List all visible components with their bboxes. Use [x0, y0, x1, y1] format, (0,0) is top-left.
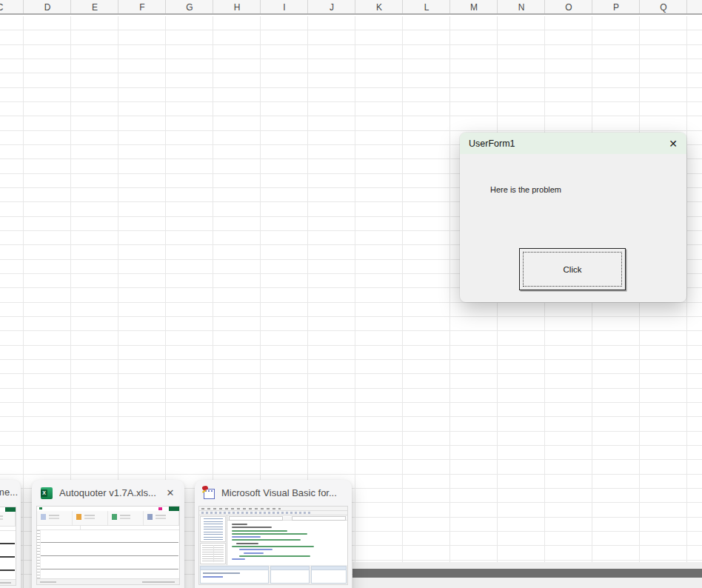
account-avatar-dot: [158, 507, 162, 510]
column-header-I[interactable]: I: [261, 0, 308, 15]
userform-title: UserForm1: [460, 138, 515, 149]
taskbar-preview-excel[interactable]: X Autoquoter v1.7A.xls... ✕: [32, 480, 184, 588]
excel-logo-dot: [39, 507, 42, 510]
preview-title-fragment: me...: [0, 487, 18, 498]
mini-excel-ribbon: [37, 511, 179, 526]
taskbar-preview-vba[interactable]: Microsoft Visual Basic for...: [195, 480, 352, 588]
column-header-N[interactable]: N: [498, 0, 545, 15]
column-header-M[interactable]: M: [450, 0, 498, 15]
column-header-E[interactable]: E: [71, 0, 118, 15]
column-header-K[interactable]: K: [355, 0, 403, 15]
code-window-thumbnail: [227, 515, 347, 565]
mini-vba-bottom-panes: [199, 565, 347, 584]
column-header-F[interactable]: F: [118, 0, 166, 15]
mini-vba-left-panels: [199, 515, 227, 565]
userform-dialog: UserForm1 ✕ Here is the problem Click: [460, 133, 686, 302]
userform-label: Here is the problem: [490, 184, 561, 195]
excel-window-thumbnail[interactable]: [0, 507, 16, 586]
code-line-bar: [239, 555, 310, 557]
mini-excel-sheet: [37, 530, 179, 578]
preview-title: Microsoft Visual Basic for...: [221, 487, 344, 498]
ribbon-group: [108, 511, 144, 525]
code-line-bar: [236, 543, 258, 544]
preview-card-titlebar: Microsoft Visual Basic for...: [195, 480, 352, 506]
ribbon-group: [144, 511, 179, 525]
code-line-bar: [232, 530, 287, 532]
mini-excel-ribbon: [0, 512, 16, 527]
preview-title: Autoquoter v1.7A.xls...: [59, 487, 157, 498]
excel-x-glyph: X: [41, 490, 47, 497]
mini-vba-body: [199, 515, 347, 565]
taskbar-preview-left[interactable]: me...: [0, 480, 21, 588]
mini-excel-sheet: [0, 531, 16, 579]
close-icon[interactable]: ✕: [661, 133, 685, 154]
vba-app-icon: [204, 489, 215, 499]
column-header-C[interactable]: C: [0, 0, 24, 15]
ribbon-group: [0, 512, 16, 526]
column-header-H[interactable]: H: [213, 0, 261, 15]
horizontal-scrollbar-thumb[interactable]: [352, 569, 702, 578]
sheet-rule-line: [41, 555, 178, 556]
click-button[interactable]: Click: [519, 248, 626, 290]
mini-excel-row-headers: [37, 530, 41, 578]
preview-card-titlebar: X Autoquoter v1.7A.xls... ✕: [32, 480, 184, 506]
pane-titlebar: [312, 567, 346, 570]
immediate-window-thumbnail: [200, 566, 269, 584]
code-line-bar: [232, 533, 307, 535]
code-line-bar: [244, 552, 264, 554]
mini-excel-status-bar: [0, 579, 16, 585]
column-header-row: CDEFGHIJKLMNOPQ: [0, 0, 702, 15]
column-header-G[interactable]: G: [166, 0, 213, 15]
locals-window-thumbnail: [270, 566, 310, 584]
code-lines: [227, 521, 347, 565]
column-header-Q[interactable]: Q: [640, 0, 687, 15]
code-line-bar: [232, 536, 261, 538]
mini-excel-status-bar: [37, 578, 179, 584]
sheet-rule-line: [41, 542, 178, 543]
column-header-J[interactable]: J: [308, 0, 355, 15]
vba-window-thumbnail[interactable]: [198, 506, 348, 585]
userform-titlebar[interactable]: UserForm1 ✕: [460, 133, 686, 154]
sheet-rule-line: [0, 543, 15, 544]
pane-titlebar: [271, 567, 309, 570]
ribbon-group: [73, 511, 108, 525]
sheet-rule-line: [0, 569, 15, 571]
code-line-bar: [232, 524, 247, 525]
column-header-P[interactable]: P: [592, 0, 640, 15]
code-line-bar: [232, 558, 245, 560]
horizontal-scrollbar-track: [352, 562, 702, 588]
column-header-D[interactable]: D: [24, 0, 71, 15]
excel-app-icon: X: [41, 487, 53, 499]
column-header-O[interactable]: O: [545, 0, 592, 15]
excel-window-thumbnail[interactable]: [36, 506, 180, 585]
ribbon-group: [37, 511, 73, 525]
code-line-bar: [232, 539, 301, 541]
close-icon[interactable]: ✕: [164, 487, 177, 500]
code-line-bar: [232, 546, 314, 547]
properties-window-thumbnail: [200, 543, 226, 564]
column-header-L[interactable]: L: [403, 0, 450, 15]
project-explorer-thumbnail: [200, 516, 226, 542]
sheet-rule-line: [41, 569, 178, 569]
sheet-rule-line: [0, 556, 15, 558]
watch-window-thumbnail: [311, 566, 347, 584]
code-line-bar: [239, 549, 273, 550]
code-line-bar: [232, 527, 272, 528]
code-dropdowns: [227, 515, 347, 521]
vba-icon-dots: [205, 490, 213, 492]
pane-titlebar: [201, 567, 268, 570]
